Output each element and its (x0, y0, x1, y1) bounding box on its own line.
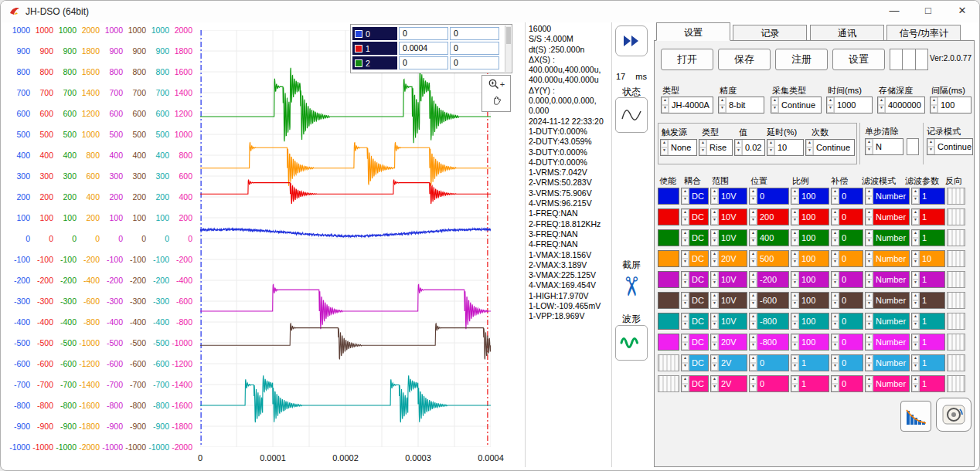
spinner-arrows-icon[interactable]: ▲▼ (912, 188, 920, 204)
time-spinner[interactable]: ▲▼1000 (826, 97, 873, 114)
spinner-arrows-icon[interactable]: ▲▼ (866, 209, 873, 225)
channel-enable-toggle[interactable] (658, 229, 679, 246)
spinner-arrows-icon[interactable]: ▲▼ (912, 355, 920, 371)
invert-toggle[interactable] (947, 188, 965, 205)
single-clear-box[interactable] (907, 138, 919, 155)
coupling-spinner[interactable]: ▲▼DC (681, 375, 709, 392)
range-spinner[interactable]: ▲▼10V (710, 313, 747, 330)
spinner-arrows-icon[interactable]: ▲▼ (682, 209, 689, 225)
zoom-in-icon[interactable]: + (488, 78, 505, 90)
range-spinner[interactable]: ▲▼10V (710, 292, 747, 309)
spinner-arrows-icon[interactable]: ▲▼ (832, 230, 839, 246)
spinner-arrows-icon[interactable]: ▲▼ (791, 272, 799, 287)
compensation-spinner[interactable]: ▲▼0 (831, 188, 863, 205)
coupling-spinner[interactable]: ▲▼DC (681, 208, 709, 225)
spinner-arrows-icon[interactable]: ▲▼ (791, 334, 799, 350)
histogram-button[interactable] (900, 401, 931, 432)
legend-scrollbar[interactable] (505, 25, 511, 72)
invert-toggle[interactable] (947, 229, 965, 246)
filter-mode-spinner[interactable]: ▲▼Number (865, 229, 910, 246)
spinner-arrows-icon[interactable]: ▲▼ (832, 209, 839, 225)
legend-channel-row[interactable]: 10.00040 (352, 41, 510, 56)
coupling-spinner[interactable]: ▲▼DC (681, 292, 709, 309)
pan-hand-icon[interactable] (491, 94, 502, 109)
scale-spinner[interactable]: ▲▼100 (791, 313, 829, 330)
spinner-arrows-icon[interactable]: ▲▼ (750, 355, 757, 371)
channel-enable-toggle[interactable] (658, 188, 679, 205)
channel-enable-toggle[interactable] (658, 354, 679, 371)
spinner-arrows-icon[interactable]: ▲▼ (791, 188, 799, 204)
tab-signal-power[interactable]: 信号/功率计 (886, 25, 961, 41)
invert-toggle[interactable] (947, 334, 965, 351)
spinner-arrows-icon[interactable]: ▲▼ (912, 272, 920, 287)
scale-spinner[interactable]: ▲▼100 (791, 250, 829, 267)
type-spinner[interactable]: ▲▼JH-4000A (661, 97, 713, 114)
invert-toggle[interactable] (947, 354, 965, 371)
position-spinner[interactable]: ▲▼-800 (749, 313, 789, 330)
filter-param-spinner[interactable]: ▲▼1 (911, 292, 945, 309)
position-spinner[interactable]: ▲▼-200 (749, 271, 789, 288)
spinner-arrows-icon[interactable]: ▲▼ (682, 230, 689, 246)
screenshot-button[interactable]: ✂ (613, 269, 650, 303)
register-button[interactable]: 注册 (775, 49, 828, 70)
record-mode-spinner[interactable]: ▲▼Continue (927, 138, 973, 155)
scale-spinner[interactable]: ▲▼100 (791, 292, 829, 309)
maximize-button[interactable]: □ (911, 1, 945, 22)
range-spinner[interactable]: ▲▼10V (710, 229, 747, 246)
channel-enable-toggle[interactable] (658, 313, 679, 330)
close-button[interactable]: ✕ (945, 1, 979, 22)
coupling-spinner[interactable]: ▲▼DC (681, 229, 709, 246)
save-button[interactable]: 保存 (718, 49, 771, 70)
position-spinner[interactable]: ▲▼400 (749, 229, 789, 246)
spinner-arrows-icon[interactable]: ▲▼ (750, 251, 757, 266)
coupling-spinner[interactable]: ▲▼DC (681, 271, 709, 288)
depth-spinner[interactable]: ▲▼4000000 (877, 97, 925, 114)
spinner-arrows-icon[interactable]: ▲▼ (832, 293, 839, 308)
spinner-arrows-icon[interactable]: ▲▼ (750, 313, 757, 329)
invert-toggle[interactable] (947, 271, 965, 288)
minimize-button[interactable]: — (877, 1, 911, 22)
spinner-arrows-icon[interactable]: ▲▼ (711, 293, 719, 308)
compensation-spinner[interactable]: ▲▼0 (831, 375, 863, 392)
range-spinner[interactable]: ▲▼2V (710, 354, 747, 371)
filter-param-spinner[interactable]: ▲▼1 (911, 334, 945, 351)
spinner-arrows-icon[interactable]: ▲▼ (750, 272, 757, 287)
filter-mode-spinner[interactable]: ▲▼Number (865, 271, 910, 288)
filter-mode-spinner[interactable]: ▲▼Number (865, 354, 910, 371)
tab-communication[interactable]: 通讯 (810, 25, 884, 41)
trigger-type-spinner[interactable]: ▲▼Rise (699, 139, 733, 156)
scale-spinner[interactable]: ▲▼100 (791, 229, 829, 246)
spinner-arrows-icon[interactable]: ▲▼ (866, 293, 873, 308)
run-fast-button[interactable] (615, 25, 648, 56)
filter-mode-spinner[interactable]: ▲▼Number (865, 375, 910, 392)
position-spinner[interactable]: ▲▼0 (749, 375, 789, 392)
channel-enable-toggle[interactable] (658, 292, 679, 309)
spinner-arrows-icon[interactable]: ▲▼ (832, 313, 839, 329)
spinner-arrows-icon[interactable]: ▲▼ (711, 334, 719, 350)
spinner-arrows-icon[interactable]: ▲▼ (832, 272, 839, 287)
spinner-arrows-icon[interactable]: ▲▼ (791, 293, 799, 308)
range-spinner[interactable]: ▲▼2V (710, 375, 747, 392)
filter-param-spinner[interactable]: ▲▼1 (911, 354, 945, 371)
spinner-arrows-icon[interactable]: ▲▼ (912, 334, 920, 350)
filter-param-spinner[interactable]: ▲▼1 (911, 208, 945, 225)
trigger-times-spinner[interactable]: ▲▼Continue (805, 139, 855, 156)
trigger-value-spinner[interactable]: ▲▼0.02 (734, 139, 765, 156)
spinner-arrows-icon[interactable]: ▲▼ (912, 209, 920, 225)
compensation-spinner[interactable]: ▲▼0 (831, 208, 863, 225)
spinner-arrows-icon[interactable]: ▲▼ (711, 230, 719, 246)
compensation-spinner[interactable]: ▲▼0 (831, 292, 863, 309)
status-button[interactable] (615, 97, 648, 133)
spinner-arrows-icon[interactable]: ▲▼ (682, 251, 689, 266)
spinner-arrows-icon[interactable]: ▲▼ (791, 376, 799, 391)
coupling-spinner[interactable]: ▲▼DC (681, 313, 709, 330)
scale-spinner[interactable]: ▲▼1 (791, 354, 829, 371)
capture-device-button[interactable] (936, 398, 971, 432)
spinner-arrows-icon[interactable]: ▲▼ (791, 230, 799, 246)
spinner-arrows-icon[interactable]: ▲▼ (750, 188, 757, 204)
compensation-spinner[interactable]: ▲▼0 (831, 313, 863, 330)
scale-spinner[interactable]: ▲▼100 (791, 334, 829, 351)
position-spinner[interactable]: ▲▼-600 (749, 292, 789, 309)
compensation-spinner[interactable]: ▲▼0 (831, 334, 863, 351)
compensation-spinner[interactable]: ▲▼0 (831, 250, 863, 267)
